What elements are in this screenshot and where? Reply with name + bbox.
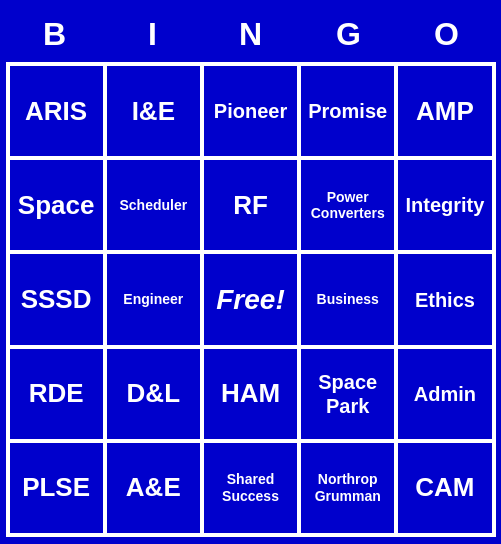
bingo-row: ARIS I&E Pioneer Promise AMP	[8, 64, 494, 158]
cell-1-2: RF	[202, 158, 299, 252]
cell-0-2: Pioneer	[202, 64, 299, 158]
cell-3-4: Admin	[396, 347, 493, 441]
cell-4-0: PLSE	[8, 441, 105, 535]
bingo-header: B I N G O	[6, 7, 496, 62]
header-o: O	[398, 7, 496, 62]
header-n: N	[202, 7, 300, 62]
bingo-row: RDE D&L HAM Space Park Admin	[8, 347, 494, 441]
header-g: G	[300, 7, 398, 62]
bingo-card: B I N G O ARIS I&E Pioneer Promise AMP S…	[6, 7, 496, 537]
cell-0-4: AMP	[396, 64, 493, 158]
cell-2-0: SSSD	[8, 252, 105, 346]
cell-4-2: Shared Success	[202, 441, 299, 535]
cell-1-1: Scheduler	[105, 158, 202, 252]
cell-2-2-free: Free!	[202, 252, 299, 346]
cell-3-0: RDE	[8, 347, 105, 441]
cell-4-3: Northrop Grumman	[299, 441, 396, 535]
header-i: I	[104, 7, 202, 62]
cell-3-2: HAM	[202, 347, 299, 441]
header-b: B	[6, 7, 104, 62]
cell-2-4: Ethics	[396, 252, 493, 346]
cell-2-1: Engineer	[105, 252, 202, 346]
cell-0-1: I&E	[105, 64, 202, 158]
cell-1-4: Integrity	[396, 158, 493, 252]
bingo-grid: ARIS I&E Pioneer Promise AMP Space Sched…	[6, 62, 496, 537]
cell-4-4: CAM	[396, 441, 493, 535]
bingo-row: Space Scheduler RF Power Converters Inte…	[8, 158, 494, 252]
cell-0-0: ARIS	[8, 64, 105, 158]
bingo-row: SSSD Engineer Free! Business Ethics	[8, 252, 494, 346]
cell-1-0: Space	[8, 158, 105, 252]
cell-4-1: A&E	[105, 441, 202, 535]
cell-3-3: Space Park	[299, 347, 396, 441]
cell-0-3: Promise	[299, 64, 396, 158]
bingo-row: PLSE A&E Shared Success Northrop Grumman…	[8, 441, 494, 535]
cell-3-1: D&L	[105, 347, 202, 441]
cell-1-3: Power Converters	[299, 158, 396, 252]
cell-2-3: Business	[299, 252, 396, 346]
